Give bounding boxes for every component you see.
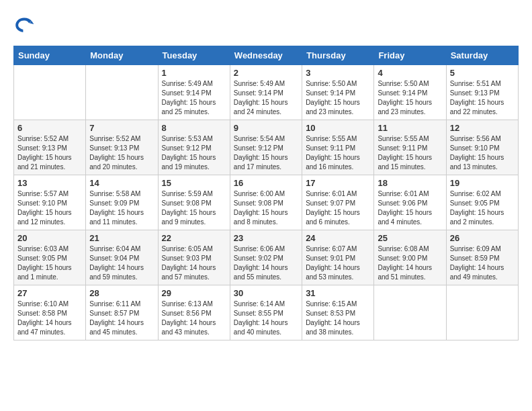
day-number: 10 [306,123,370,133]
day-number: 21 [89,233,154,243]
day-number: 28 [89,288,154,298]
day-number: 17 [306,178,370,188]
calendar-cell: 2Sunrise: 5:49 AM Sunset: 9:14 PM Daylig… [230,65,302,120]
day-number: 24 [306,233,370,243]
calendar-cell: 22Sunrise: 6:05 AM Sunset: 9:03 PM Dayli… [158,230,230,285]
day-info: Sunrise: 6:07 AM Sunset: 9:01 PM Dayligh… [306,244,370,282]
day-info: Sunrise: 6:05 AM Sunset: 9:03 PM Dayligh… [162,244,226,282]
header-day: Sunday [14,46,86,65]
day-number: 5 [450,68,515,78]
calendar-cell: 14Sunrise: 5:58 AM Sunset: 9:09 PM Dayli… [86,175,158,230]
day-info: Sunrise: 5:52 AM Sunset: 9:13 PM Dayligh… [17,134,82,172]
day-number: 9 [234,123,298,133]
day-info: Sunrise: 6:02 AM Sunset: 9:05 PM Dayligh… [450,189,515,227]
day-info: Sunrise: 5:56 AM Sunset: 9:10 PM Dayligh… [450,134,515,172]
day-number: 7 [89,123,154,133]
calendar-cell: 25Sunrise: 6:08 AM Sunset: 9:00 PM Dayli… [374,230,446,285]
calendar-cell: 17Sunrise: 6:01 AM Sunset: 9:07 PM Dayli… [302,175,374,230]
day-number: 18 [378,178,442,188]
day-number: 15 [162,178,226,188]
day-number: 23 [234,233,298,243]
calendar-cell: 4Sunrise: 5:50 AM Sunset: 9:14 PM Daylig… [374,65,446,120]
header-day: Thursday [302,46,374,65]
header-day: Monday [86,46,158,65]
day-number: 30 [234,288,298,298]
calendar-cell: 29Sunrise: 6:13 AM Sunset: 8:56 PM Dayli… [158,285,230,340]
calendar-body: 1Sunrise: 5:49 AM Sunset: 9:14 PM Daylig… [14,65,519,340]
calendar-cell: 18Sunrise: 6:01 AM Sunset: 9:06 PM Dayli… [374,175,446,230]
day-info: Sunrise: 5:59 AM Sunset: 9:08 PM Dayligh… [162,189,226,227]
day-info: Sunrise: 5:50 AM Sunset: 9:14 PM Dayligh… [306,79,370,117]
day-number: 26 [450,233,515,243]
day-number: 22 [162,233,226,243]
day-number: 11 [378,123,442,133]
calendar-cell: 15Sunrise: 5:59 AM Sunset: 9:08 PM Dayli… [158,175,230,230]
calendar-cell [14,65,86,120]
calendar-cell: 3Sunrise: 5:50 AM Sunset: 9:14 PM Daylig… [302,65,374,120]
day-info: Sunrise: 6:08 AM Sunset: 9:00 PM Dayligh… [378,244,442,282]
day-info: Sunrise: 5:58 AM Sunset: 9:09 PM Dayligh… [89,189,154,227]
calendar-cell: 20Sunrise: 6:03 AM Sunset: 9:05 PM Dayli… [14,230,86,285]
day-info: Sunrise: 5:49 AM Sunset: 9:14 PM Dayligh… [162,79,226,117]
day-info: Sunrise: 6:00 AM Sunset: 9:08 PM Dayligh… [234,189,298,227]
calendar-cell: 5Sunrise: 5:51 AM Sunset: 9:13 PM Daylig… [446,65,518,120]
day-number: 13 [17,178,82,188]
logo [13,13,38,35]
calendar-cell [446,285,518,340]
day-number: 25 [378,233,442,243]
calendar-cell: 7Sunrise: 5:52 AM Sunset: 9:13 PM Daylig… [86,120,158,175]
day-number: 19 [450,178,515,188]
day-info: Sunrise: 6:06 AM Sunset: 9:02 PM Dayligh… [234,244,298,282]
day-info: Sunrise: 6:04 AM Sunset: 9:04 PM Dayligh… [89,244,154,282]
day-number: 31 [306,288,370,298]
day-number: 27 [17,288,82,298]
day-info: Sunrise: 5:55 AM Sunset: 9:11 PM Dayligh… [378,134,442,172]
calendar-week: 20Sunrise: 6:03 AM Sunset: 9:05 PM Dayli… [14,230,519,285]
calendar-cell: 1Sunrise: 5:49 AM Sunset: 9:14 PM Daylig… [158,65,230,120]
day-number: 20 [17,233,82,243]
logo-icon [13,13,35,35]
calendar-week: 6Sunrise: 5:52 AM Sunset: 9:13 PM Daylig… [14,120,519,175]
calendar-cell: 11Sunrise: 5:55 AM Sunset: 9:11 PM Dayli… [374,120,446,175]
calendar-cell: 19Sunrise: 6:02 AM Sunset: 9:05 PM Dayli… [446,175,518,230]
header-day: Wednesday [230,46,302,65]
calendar-header: SundayMondayTuesdayWednesdayThursdayFrid… [14,46,519,65]
calendar-cell: 9Sunrise: 5:54 AM Sunset: 9:12 PM Daylig… [230,120,302,175]
calendar-cell: 10Sunrise: 5:55 AM Sunset: 9:11 PM Dayli… [302,120,374,175]
calendar-cell [374,285,446,340]
day-number: 6 [17,123,82,133]
calendar-cell [86,65,158,120]
day-info: Sunrise: 6:10 AM Sunset: 8:58 PM Dayligh… [17,300,82,337]
day-info: Sunrise: 5:57 AM Sunset: 9:10 PM Dayligh… [17,189,82,227]
day-info: Sunrise: 6:01 AM Sunset: 9:06 PM Dayligh… [378,189,442,227]
header-row: SundayMondayTuesdayWednesdayThursdayFrid… [14,46,519,65]
calendar-table: SundayMondayTuesdayWednesdayThursdayFrid… [13,46,519,340]
header-day: Tuesday [158,46,230,65]
calendar-cell: 21Sunrise: 6:04 AM Sunset: 9:04 PM Dayli… [86,230,158,285]
calendar-cell: 12Sunrise: 5:56 AM Sunset: 9:10 PM Dayli… [446,120,518,175]
day-number: 29 [162,288,226,298]
calendar-cell: 8Sunrise: 5:53 AM Sunset: 9:12 PM Daylig… [158,120,230,175]
day-info: Sunrise: 6:13 AM Sunset: 8:56 PM Dayligh… [162,300,226,337]
calendar-cell: 16Sunrise: 6:00 AM Sunset: 9:08 PM Dayli… [230,175,302,230]
calendar-week: 1Sunrise: 5:49 AM Sunset: 9:14 PM Daylig… [14,65,519,120]
calendar-cell: 6Sunrise: 5:52 AM Sunset: 9:13 PM Daylig… [14,120,86,175]
calendar-cell: 30Sunrise: 6:14 AM Sunset: 8:55 PM Dayli… [230,285,302,340]
day-info: Sunrise: 6:14 AM Sunset: 8:55 PM Dayligh… [234,300,298,337]
day-number: 3 [306,68,370,78]
day-info: Sunrise: 5:50 AM Sunset: 9:14 PM Dayligh… [378,79,442,117]
calendar-week: 27Sunrise: 6:10 AM Sunset: 8:58 PM Dayli… [14,285,519,340]
calendar-cell: 23Sunrise: 6:06 AM Sunset: 9:02 PM Dayli… [230,230,302,285]
day-number: 14 [89,178,154,188]
day-info: Sunrise: 5:53 AM Sunset: 9:12 PM Dayligh… [162,134,226,172]
day-info: Sunrise: 6:15 AM Sunset: 8:53 PM Dayligh… [306,300,370,337]
day-info: Sunrise: 5:52 AM Sunset: 9:13 PM Dayligh… [89,134,154,172]
day-number: 16 [234,178,298,188]
calendar-cell: 28Sunrise: 6:11 AM Sunset: 8:57 PM Dayli… [86,285,158,340]
day-info: Sunrise: 6:09 AM Sunset: 8:59 PM Dayligh… [450,244,515,282]
calendar-cell: 31Sunrise: 6:15 AM Sunset: 8:53 PM Dayli… [302,285,374,340]
day-info: Sunrise: 5:49 AM Sunset: 9:14 PM Dayligh… [234,79,298,117]
day-info: Sunrise: 5:55 AM Sunset: 9:11 PM Dayligh… [306,134,370,172]
day-info: Sunrise: 5:54 AM Sunset: 9:12 PM Dayligh… [234,134,298,172]
calendar-cell: 27Sunrise: 6:10 AM Sunset: 8:58 PM Dayli… [14,285,86,340]
